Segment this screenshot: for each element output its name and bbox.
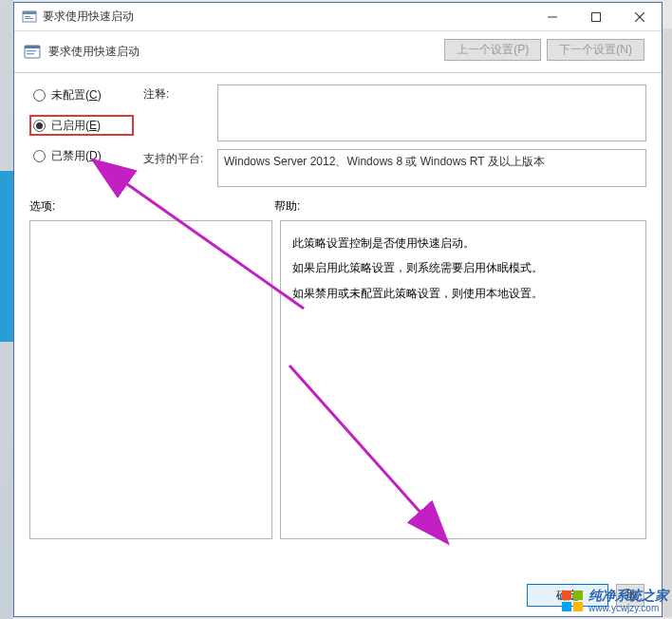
close-icon [635, 12, 644, 22]
watermark-url: www.ycwjzy.com [588, 603, 668, 613]
svg-rect-3 [25, 18, 33, 19]
svg-rect-10 [27, 50, 36, 51]
svg-rect-2 [25, 16, 30, 17]
comment-textbox[interactable] [217, 84, 646, 141]
help-pane[interactable]: 此策略设置控制是否使用快速启动。 如果启用此策略设置，则系统需要启用休眠模式。 … [280, 220, 646, 539]
svg-rect-9 [25, 46, 40, 48]
prev-setting-button[interactable]: 上一个设置(P) [444, 39, 541, 61]
radio-label: 已启用(E) [51, 118, 101, 134]
help-label: 帮助: [274, 198, 300, 215]
help-line: 如果禁用或未配置此策略设置，则使用本地设置。 [292, 281, 634, 306]
app-icon [22, 9, 37, 25]
close-button[interactable] [618, 3, 662, 31]
radio-not-configured[interactable]: 未配置(C) [29, 84, 134, 105]
radio-icon [33, 120, 46, 132]
radio-disabled[interactable]: 已禁用(D) [29, 145, 134, 166]
right-column: 注释: 支持的平台: Windows Server 2012、Windows 8… [143, 84, 646, 195]
background-blue [0, 171, 13, 342]
background-strip [0, 0, 13, 619]
background-shadow [663, 28, 672, 617]
section-labels: 选项: 帮助: [14, 195, 662, 220]
radio-enabled[interactable]: 已启用(E) [29, 115, 134, 136]
policy-icon [24, 44, 41, 61]
radio-group: 未配置(C) 已启用(E) 已禁用(D) [29, 84, 134, 195]
maximize-button[interactable] [574, 3, 618, 31]
toolbar: 要求使用快速启动 上一个设置(P) 下一个设置(N) [14, 31, 662, 73]
radio-icon [33, 150, 46, 162]
platform-textbox: Windows Server 2012、Windows 8 或 Windows … [217, 149, 646, 187]
watermark-logo-icon [562, 591, 583, 611]
window-controls [531, 3, 662, 31]
help-line: 此策略设置控制是否使用快速启动。 [292, 231, 634, 255]
options-label: 选项: [29, 198, 274, 215]
radio-label: 已禁用(D) [51, 148, 102, 164]
comment-row: 注释: [143, 84, 646, 141]
minimize-button[interactable] [531, 3, 574, 31]
panes: 此策略设置控制是否使用快速启动。 如果启用此策略设置，则系统需要启用休眠模式。 … [14, 220, 662, 539]
help-line: 如果启用此策略设置，则系统需要启用休眠模式。 [292, 255, 634, 280]
maximize-icon [591, 12, 601, 22]
radio-icon [33, 89, 46, 102]
svg-rect-5 [592, 13, 601, 22]
dialog-window: 要求使用快速启动 要求使用快速启动 上一个设置(P) 下一个设置(N) [13, 2, 663, 617]
platform-row: 支持的平台: Windows Server 2012、Windows 8 或 W… [143, 149, 646, 187]
window-title: 要求使用快速启动 [43, 9, 134, 25]
policy-title: 要求使用快速启动 [48, 44, 140, 60]
comment-label: 注释: [143, 84, 217, 141]
svg-rect-11 [27, 53, 34, 54]
titlebar: 要求使用快速启动 [14, 3, 662, 31]
watermark-name: 纯净系统之家 [588, 589, 668, 603]
radio-label: 未配置(C) [51, 87, 102, 103]
watermark: 纯净系统之家 www.ycwjzy.com [558, 587, 672, 615]
nav-buttons: 上一个设置(P) 下一个设置(N) [444, 39, 644, 61]
content-top: 未配置(C) 已启用(E) 已禁用(D) 注释: 支持的平台: Windows … [14, 73, 662, 195]
minimize-icon [548, 12, 557, 22]
svg-rect-1 [23, 11, 36, 14]
platform-label: 支持的平台: [143, 149, 217, 187]
options-pane[interactable] [29, 220, 272, 539]
next-setting-button[interactable]: 下一个设置(N) [547, 39, 644, 61]
